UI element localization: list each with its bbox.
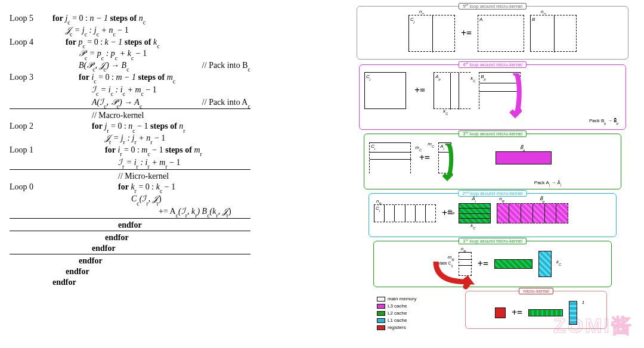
matAp: Ap — [434, 72, 470, 109]
endfor4: endfor — [10, 266, 250, 277]
matA: A — [478, 15, 524, 52]
pack-B: B(𝒫c, 𝒥c) → Bc // Pack into Bc — [10, 60, 250, 72]
page: Loop 5 for jc = 0 : n − 1 steps of nc 𝒥c… — [0, 0, 644, 348]
loop0-row: Loop 0 for kr = 0 : kc − 1 — [10, 182, 250, 194]
algorithm-table: Loop 5 for jc = 0 : n − 1 steps of nc 𝒥c… — [10, 13, 250, 288]
tier3-title: 3ʳᵈ loop around micro-kernel — [459, 130, 527, 137]
tier1: 1ˢᵗ loop around micro-kernel Update Cij … — [373, 241, 612, 287]
packA-text: Pack Ai → Ãi — [534, 180, 561, 187]
arrow-red-icon — [431, 262, 479, 290]
tier2-title: 2ⁿᵈ loop around micro-kernel — [458, 190, 527, 197]
pack-A: A(ℐc, 𝒫c) → Ac // Pack into Ac — [10, 97, 250, 109]
plus-icon: += — [461, 28, 472, 39]
tier4-title: 4ᵗʰ loop around micro-kernel — [459, 61, 527, 68]
endfor2: endfor — [10, 243, 250, 254]
matB: B — [530, 15, 577, 52]
matAtilde — [459, 203, 491, 223]
for-kw: for — [52, 14, 63, 23]
packB-text: Pack Bp → B̃p — [589, 118, 618, 125]
cache-legend: main memory L3 cache L2 cache L1 cache r… — [377, 296, 416, 331]
loop4-row: Loop 4 for pc = 0 : k − 1 steps of kc — [10, 37, 250, 49]
matBtilde: B̃p — [496, 151, 552, 164]
loop5-row: Loop 5 for jc = 0 : n − 1 steps of nc — [10, 13, 250, 25]
core-line1: Cc(ℐr, 𝒥r) — [10, 193, 250, 206]
core-line2: += Ac(ℐr, kr) Bc(kr, 𝒥r) — [10, 206, 250, 218]
tier5-title: 5ᵗʰ loop around micro-kernel — [459, 3, 527, 10]
matBtilde2 — [497, 203, 568, 223]
tier3: 3ʳᵈ loop around micro-kernel Ci mC += mC… — [364, 133, 621, 189]
matAstripe — [494, 259, 532, 269]
regA — [528, 309, 563, 316]
loop5-body: 𝒥c = jc : jc + nc − 1 — [10, 25, 250, 37]
endfor5: endfor — [10, 277, 250, 288]
loop3-row: Loop 3 for ic = 0 : m − 1 steps of mc — [10, 72, 250, 84]
loop1-row: Loop 1 for ir = 0 : mc − 1 steps of mr — [10, 145, 250, 157]
loop5-label: Loop 5 — [10, 13, 52, 25]
micro-comment: // Micro-kernel — [10, 171, 250, 182]
regC — [495, 307, 506, 318]
tier2: 2ⁿᵈ loop around micro-kernel nR Ci += mR… — [369, 193, 617, 237]
loop-diagram: 5ᵗʰ loop around micro-kernel nC Cj += A … — [352, 0, 644, 348]
matCj: Cj — [364, 72, 406, 109]
tier0: micro-kernel += 1 — [465, 291, 607, 329]
arrow-green-icon — [441, 144, 454, 183]
endfor1: endfor — [10, 232, 250, 243]
arrow-magenta-icon — [507, 73, 523, 120]
tier5: 5ᵗʰ loop around micro-kernel nC Cj += A … — [357, 6, 628, 60]
pseudocode-block: Loop 5 for jc = 0 : n − 1 steps of nc 𝒥c… — [0, 0, 352, 348]
matBstripe — [538, 251, 552, 277]
endfor0: endfor — [10, 220, 250, 231]
tier1-title: 1ˢᵗ loop around micro-kernel — [459, 238, 527, 244]
macro-comment: // Macro-kernel — [10, 110, 250, 121]
matC: Cj — [408, 15, 455, 52]
loop2-row: Loop 2 for jr = 0 : nc − 1 steps of nr — [10, 121, 250, 133]
matCi: Ci — [369, 142, 411, 173]
tier0-title: micro-kernel — [519, 288, 553, 294]
tier4: 4ᵗʰ loop around micro-kernel Cj += Ap kC… — [359, 64, 626, 130]
regB — [569, 301, 577, 325]
matCi2: Ci — [374, 204, 436, 222]
endfor3: endfor — [10, 256, 250, 266]
